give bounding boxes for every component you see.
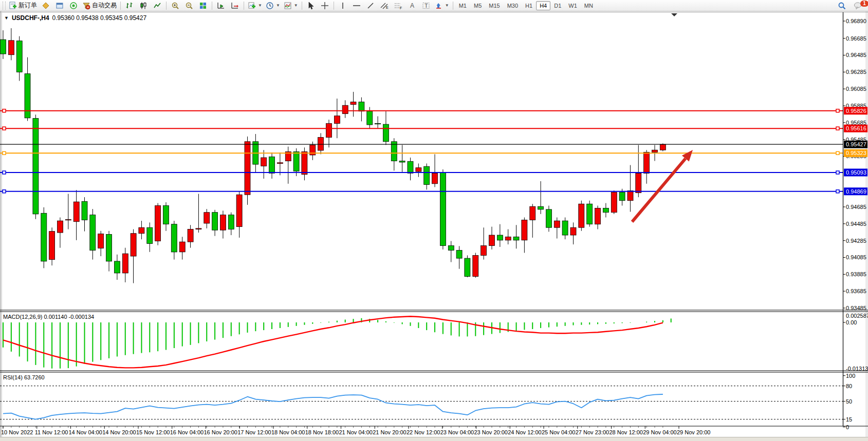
svg-text:14 Nov 04:00: 14 Nov 04:00	[69, 429, 102, 435]
line-chart-mode-button[interactable]	[151, 1, 164, 10]
signals-button[interactable]	[67, 1, 80, 10]
bar-chart-icon	[125, 2, 134, 10]
autotrade-icon	[82, 2, 90, 10]
window-bottom-edge	[0, 437, 868, 441]
autotrade-label: 自动交易	[92, 1, 117, 10]
svg-text:E: E	[386, 6, 389, 9]
chart-title-bar: ▼ USDCHF-,H4 0.95360 0.95438 0.95345 0.9…	[4, 14, 146, 22]
svg-text:18 Nov 04:00: 18 Nov 04:00	[271, 429, 305, 435]
separator	[453, 2, 453, 10]
svg-text:0.96685: 0.96685	[846, 35, 866, 42]
timeframe-button-MN[interactable]: MN	[581, 1, 597, 10]
zoom-in-button[interactable]	[169, 1, 182, 10]
new-chart-icon	[248, 2, 256, 10]
market-watch-icon	[56, 2, 64, 10]
svg-text:14 Nov 20:00: 14 Nov 20:00	[102, 429, 136, 435]
fibonacci-tool[interactable]: F	[392, 1, 405, 10]
separator	[166, 2, 167, 10]
svg-text:0.96285: 0.96285	[846, 69, 866, 75]
crosshair-tool-button[interactable]	[318, 1, 331, 10]
search-button[interactable]	[835, 1, 848, 10]
svg-text:28 Nov 12:00: 28 Nov 12:00	[610, 429, 643, 435]
dropdown-caret: ▼	[294, 3, 298, 8]
svg-text:A: A	[410, 2, 414, 9]
chart-title-caret-icon[interactable]: ▼	[4, 15, 9, 21]
separator	[120, 2, 121, 10]
autotrade-button[interactable]: 自动交易	[81, 1, 118, 10]
svg-text:0: 0	[846, 424, 849, 430]
auto-scroll-button[interactable]	[214, 1, 228, 10]
arrow-objects-icon	[435, 2, 443, 10]
chart-shift-icon	[231, 2, 239, 10]
toolbar-right-group: 1	[835, 0, 865, 11]
svg-text:0.94085: 0.94085	[846, 254, 866, 260]
new-order-button[interactable]: 新订单	[7, 1, 39, 10]
dropdown-caret: ▼	[258, 3, 262, 8]
svg-text:18 Nov 18:00: 18 Nov 18:00	[305, 429, 339, 435]
crosshair-icon	[321, 2, 329, 10]
svg-text:25 Nov 04:00: 25 Nov 04:00	[542, 429, 575, 435]
svg-text:11 Nov 12:00: 11 Nov 12:00	[35, 429, 68, 435]
separator	[212, 2, 212, 10]
channel-icon: E	[380, 2, 389, 10]
period-dropdown[interactable]: ▼	[264, 1, 282, 10]
main-toolbar: 新订单 自动交易	[0, 0, 868, 11]
text-label-icon: T	[422, 2, 430, 10]
timeframe-button-H4[interactable]: H4	[536, 1, 550, 10]
bar-chart-mode-button[interactable]	[123, 1, 136, 10]
profile-button[interactable]	[39, 1, 52, 10]
equidistant-channel-tool[interactable]: E	[378, 1, 391, 10]
new-chart-dropdown[interactable]: ▼	[246, 1, 264, 10]
tile-windows-icon	[199, 2, 207, 10]
text-tool[interactable]: A	[405, 1, 419, 10]
cursor-tool-button[interactable]	[304, 1, 318, 10]
arrows-dropdown[interactable]: ▼	[433, 1, 451, 10]
svg-text:29 Nov 04:00: 29 Nov 04:00	[643, 429, 676, 435]
search-icon	[838, 2, 846, 10]
svg-text:0.95323: 0.95323	[846, 150, 866, 156]
timeframe-button-H1[interactable]: H1	[522, 1, 536, 10]
svg-text:0.00: 0.00	[846, 319, 857, 325]
auto-scroll-icon	[217, 2, 225, 10]
horizontal-line-tool[interactable]	[350, 1, 363, 10]
trendline-tool[interactable]	[364, 1, 377, 10]
svg-text:0.95093: 0.95093	[846, 169, 866, 176]
svg-text:23 Nov 20:00: 23 Nov 20:00	[474, 429, 508, 435]
timeframe-button-M15[interactable]: M15	[485, 1, 503, 10]
text-icon: A	[409, 2, 416, 10]
cursor-icon	[307, 2, 315, 10]
timeframe-button-M1[interactable]: M1	[455, 1, 470, 10]
toolbar-grip[interactable]	[3, 2, 6, 10]
zoom-out-button[interactable]	[182, 1, 196, 10]
line-chart-icon	[153, 2, 161, 10]
profile-icon	[42, 2, 50, 10]
svg-text:100: 100	[846, 373, 855, 379]
timeframe-button-W1[interactable]: W1	[565, 1, 581, 10]
candlestick-mode-button[interactable]	[137, 1, 150, 10]
indicators-dropdown[interactable]: ▼	[282, 1, 300, 10]
trendline-icon	[366, 2, 375, 10]
fibonacci-icon: F	[394, 2, 403, 10]
text-label-tool[interactable]: T	[419, 1, 433, 10]
svg-text:24 Nov 12:00: 24 Nov 12:00	[508, 429, 541, 435]
tile-windows-button[interactable]	[196, 1, 210, 10]
timeframe-button-M5[interactable]: M5	[470, 1, 485, 10]
community-button[interactable]: 1	[852, 1, 865, 10]
svg-text:21 Nov 20:00: 21 Nov 20:00	[373, 429, 406, 435]
separator	[244, 2, 244, 10]
svg-text:23 Nov 04:00: 23 Nov 04:00	[440, 429, 474, 435]
svg-text:0.95616: 0.95616	[846, 125, 866, 131]
svg-text:15 Nov 12:00: 15 Nov 12:00	[136, 429, 170, 435]
svg-text:21 Nov 04:00: 21 Nov 04:00	[339, 429, 373, 435]
svg-text:0.96085: 0.96085	[846, 86, 866, 92]
svg-text:15: 15	[846, 416, 852, 423]
timeframe-button-M30[interactable]: M30	[504, 1, 522, 10]
separator	[302, 2, 302, 10]
chart-window: 0.968900.966850.964850.962850.960850.958…	[0, 11, 868, 441]
chart-shift-button[interactable]	[228, 1, 242, 10]
price-chart-canvas[interactable]: 0.968900.966850.964850.962850.960850.958…	[0, 11, 868, 441]
vertical-line-tool[interactable]	[336, 1, 349, 10]
market-watch-button[interactable]	[53, 1, 66, 10]
timeframe-button-D1[interactable]: D1	[550, 1, 565, 10]
signal-icon	[69, 2, 78, 10]
